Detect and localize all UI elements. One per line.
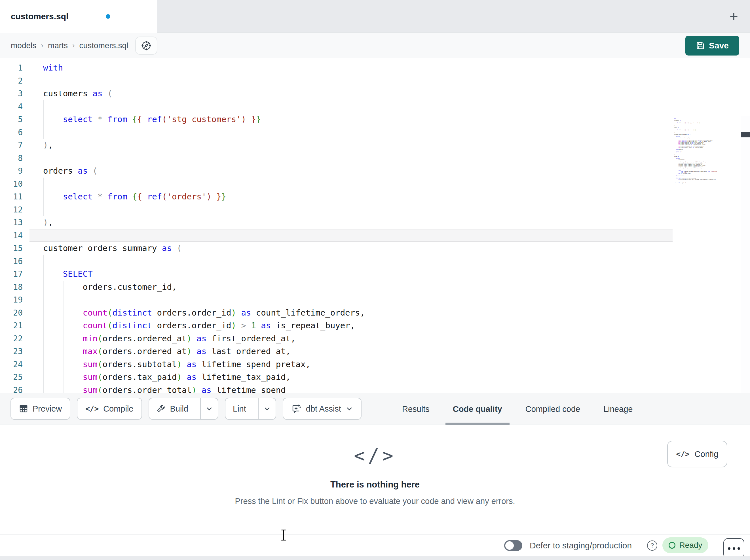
code-line[interactable]: sum(orders.subtotal) as lifetime_spend_p… bbox=[43, 358, 365, 371]
code-line[interactable] bbox=[43, 75, 365, 87]
tab-code-quality[interactable]: Code quality bbox=[446, 393, 510, 425]
preview-label: Preview bbox=[33, 404, 62, 414]
build-dropdown-button[interactable] bbox=[200, 398, 218, 419]
compile-label: Compile bbox=[103, 404, 133, 414]
code-line[interactable]: SELECT bbox=[43, 268, 365, 281]
code-line[interactable]: customer_orders_summary as ( bbox=[43, 242, 365, 255]
line-number: 12 bbox=[0, 203, 23, 216]
compile-button[interactable]: </> Compile bbox=[77, 398, 142, 420]
lint-dropdown-button[interactable] bbox=[258, 398, 276, 419]
code-line[interactable] bbox=[43, 293, 365, 307]
ready-label: Ready bbox=[679, 541, 703, 550]
preview-button[interactable]: Preview bbox=[11, 398, 70, 420]
line-number: 21 bbox=[0, 319, 23, 332]
editor-scrollbar[interactable] bbox=[741, 116, 750, 393]
code-line[interactable]: select * from {{ ref('stg_customers') }} bbox=[43, 113, 365, 126]
code-line[interactable]: ), bbox=[43, 139, 365, 152]
tab-customers-sql[interactable]: customers.sql bbox=[0, 0, 157, 33]
code-line[interactable]: customers as ( bbox=[43, 87, 365, 100]
line-number: 15 bbox=[0, 242, 23, 255]
scrollbar-thumb[interactable] bbox=[741, 132, 750, 138]
code-brackets-icon: </> bbox=[0, 445, 750, 466]
breadcrumb-bar: models › marts › customers.sql Save bbox=[0, 33, 750, 58]
line-number: 20 bbox=[0, 307, 23, 319]
tab-lineage[interactable]: Lineage bbox=[596, 393, 640, 425]
code-line[interactable]: sum(orders.order_total) as lifetime_spen… bbox=[43, 384, 365, 393]
code-line[interactable]: min(orders.ordered_at) as first_ordered_… bbox=[43, 332, 365, 345]
code-line[interactable] bbox=[43, 203, 365, 216]
toggle-knob bbox=[505, 541, 514, 550]
line-number: 18 bbox=[0, 281, 23, 294]
save-button[interactable]: Save bbox=[685, 36, 739, 56]
line-number: 7 bbox=[0, 139, 23, 152]
code-line[interactable] bbox=[43, 229, 365, 242]
line-number: 23 bbox=[0, 345, 23, 358]
chevron-right-icon: › bbox=[72, 41, 75, 50]
dbt-assist-button[interactable]: dbt Assist bbox=[283, 398, 361, 420]
more-options-button[interactable] bbox=[723, 538, 744, 559]
code-line[interactable]: with bbox=[43, 61, 365, 75]
assist-label: dbt Assist bbox=[306, 404, 341, 414]
config-button[interactable]: </> Config bbox=[667, 441, 727, 468]
code-lines[interactable]: withcustomers as ( select * from {{ ref(… bbox=[43, 61, 365, 393]
new-tab-button[interactable]: + bbox=[723, 5, 745, 28]
code-brackets-icon: </> bbox=[85, 405, 99, 413]
code-line[interactable]: max(orders.ordered_at) as last_ordered_a… bbox=[43, 345, 365, 358]
lint-button[interactable]: Lint bbox=[225, 398, 254, 419]
code-line[interactable]: orders as ( bbox=[43, 165, 365, 178]
line-number: 17 bbox=[0, 268, 23, 281]
results-panel: </> There is nothing here Press the Lint… bbox=[0, 425, 750, 534]
dot-icon bbox=[737, 547, 740, 550]
code-line[interactable] bbox=[43, 100, 365, 113]
code-line[interactable]: sum(orders.tax_paid) as lifetime_tax_pai… bbox=[43, 371, 365, 384]
chevron-down-icon bbox=[346, 405, 353, 412]
status-circle-icon bbox=[669, 542, 675, 549]
dot-icon bbox=[728, 547, 730, 550]
breadcrumb-models[interactable]: models bbox=[11, 41, 36, 50]
line-number: 2 bbox=[0, 75, 23, 87]
tab-results[interactable]: Results bbox=[395, 393, 437, 425]
lineage-compass-button[interactable] bbox=[135, 37, 157, 55]
assist-chat-sparkle-icon bbox=[291, 403, 301, 414]
build-label: Build bbox=[170, 404, 189, 414]
line-number: 9 bbox=[0, 165, 23, 178]
code-line[interactable]: orders.customer_id, bbox=[43, 281, 365, 294]
code-line[interactable] bbox=[43, 178, 365, 191]
code-line[interactable] bbox=[43, 126, 365, 139]
minimap-line: on customers.customer_id = customer_orde… bbox=[674, 179, 717, 180]
defer-toggle[interactable] bbox=[504, 540, 522, 551]
tab-compiled-code[interactable]: Compiled code bbox=[518, 393, 588, 425]
ready-status-badge[interactable]: Ready bbox=[663, 537, 708, 553]
code-editor[interactable]: 1234567891011121314151617181920212223242… bbox=[0, 58, 750, 393]
code-line[interactable] bbox=[43, 255, 365, 268]
save-icon bbox=[696, 41, 705, 50]
line-number: 10 bbox=[0, 178, 23, 191]
help-icon[interactable]: ? bbox=[647, 540, 657, 551]
minimap[interactable]: withcustomers as ( select * from {{ ref(… bbox=[674, 118, 717, 186]
line-number: 24 bbox=[0, 358, 23, 371]
code-line[interactable]: ), bbox=[43, 216, 365, 229]
breadcrumb-customers-sql[interactable]: customers.sql bbox=[79, 41, 129, 50]
empty-state-title: There is nothing here bbox=[0, 480, 750, 490]
lint-label: Lint bbox=[233, 404, 246, 414]
line-number: 25 bbox=[0, 371, 23, 384]
line-number: 22 bbox=[0, 332, 23, 345]
chevron-down-icon bbox=[263, 405, 271, 412]
breadcrumb-marts[interactable]: marts bbox=[48, 41, 68, 50]
line-number-gutter: 1234567891011121314151617181920212223242… bbox=[0, 61, 23, 393]
code-line[interactable]: count(distinct orders.order_id) > 1 as i… bbox=[43, 319, 365, 332]
line-number: 3 bbox=[0, 87, 23, 100]
code-line[interactable]: select * from {{ ref('orders') }} bbox=[43, 190, 365, 203]
code-line[interactable] bbox=[43, 152, 365, 165]
code-line[interactable]: count(distinct orders.order_id) as count… bbox=[43, 307, 365, 319]
empty-state-subtitle: Press the Lint or Fix button above to ev… bbox=[0, 497, 750, 506]
defer-label: Defer to staging/production bbox=[530, 535, 632, 556]
build-button[interactable]: Build bbox=[149, 398, 196, 419]
line-number: 19 bbox=[0, 293, 23, 307]
chevron-right-icon: › bbox=[41, 41, 43, 50]
breadcrumb: models › marts › customers.sql bbox=[11, 33, 128, 58]
tabbar-divider bbox=[716, 0, 716, 33]
bottom-toolbar: Preview </> Compile Build Lint bbox=[0, 393, 750, 425]
line-number: 1 bbox=[0, 61, 23, 75]
line-number: 6 bbox=[0, 126, 23, 139]
